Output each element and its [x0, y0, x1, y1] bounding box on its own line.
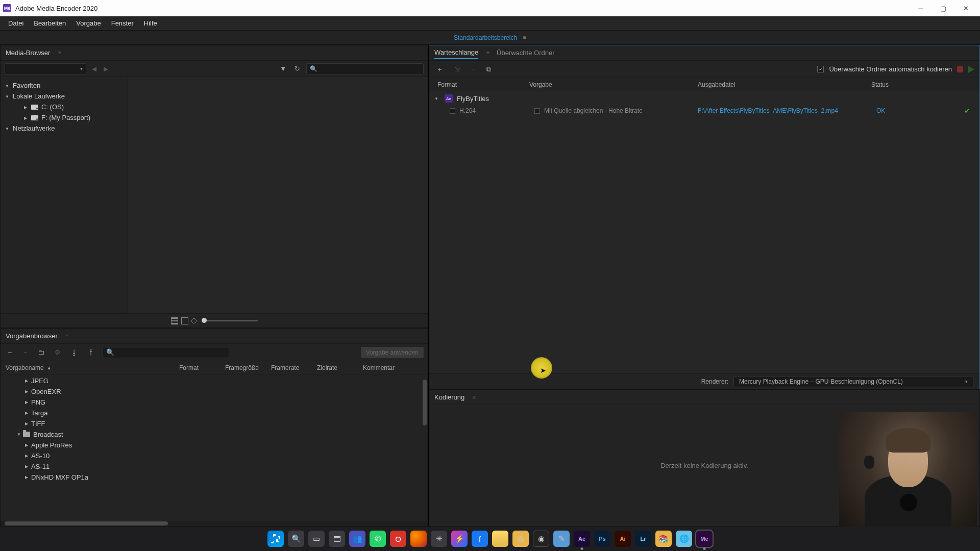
tree-local-drives[interactable]: Lokale Laufwerke — [1, 91, 128, 102]
render-output[interactable]: F:\After Effects\FlyByTitles_AME\FlyByTi… — [698, 107, 876, 114]
preset-row[interactable]: ▶Targa — [1, 408, 428, 418]
job-expand-icon[interactable]: ▼ — [434, 96, 440, 101]
taskbar-app-icon[interactable]: 📚 — [655, 531, 672, 547]
taskbar-teams-icon[interactable]: 👥 — [349, 531, 365, 547]
workspace-menu-icon[interactable]: ≡ — [523, 35, 526, 40]
header-comment[interactable]: Kommentar — [363, 364, 409, 371]
panel-menu-icon[interactable]: ≡ — [486, 50, 489, 56]
preset-row[interactable]: ▶Apple ProRes — [1, 440, 428, 450]
menu-edit[interactable]: Bearbeiten — [29, 17, 71, 29]
media-content-area[interactable] — [128, 77, 428, 313]
nav-forward-icon[interactable]: ▶ — [102, 65, 110, 72]
panel-menu-icon[interactable]: ≡ — [473, 394, 476, 400]
taskbar-facebook-icon[interactable]: f — [472, 531, 488, 547]
workspace-label[interactable]: Standardarbeitsbereich — [454, 34, 517, 41]
menu-window[interactable]: Fenster — [106, 17, 139, 29]
preset-row[interactable]: ▶JPEG — [1, 375, 428, 386]
grid-view-icon[interactable] — [181, 317, 188, 324]
taskbar-app-icon[interactable]: 🌐 — [676, 531, 692, 547]
refresh-icon[interactable]: ↻ — [292, 64, 302, 73]
header-format[interactable]: Format — [437, 81, 529, 88]
preset-browser-tab[interactable]: Vorgabenbrowser — [6, 330, 58, 342]
preset-h-scroll[interactable] — [1, 521, 428, 526]
render-preset[interactable]: Mit Quelle abgleichen - Hohe Bitrate — [544, 107, 643, 114]
taskbar-messenger-icon[interactable]: ⚡ — [451, 531, 468, 547]
add-source-icon[interactable]: ＋ — [434, 64, 445, 75]
taskbar-search-icon[interactable]: 🔍 — [288, 531, 304, 547]
taskbar-explorer-icon[interactable]: 🗔 — [329, 531, 345, 547]
taskbar-me-icon[interactable]: Me — [696, 531, 713, 547]
new-preset-icon[interactable]: ＋ — [5, 347, 15, 358]
list-view-icon[interactable] — [171, 317, 178, 324]
tree-drive-f[interactable]: F: (My Passport) — [1, 112, 128, 123]
preset-settings-icon[interactable]: ⚙ — [53, 347, 63, 357]
taskbar-app-icon[interactable]: ◎ — [512, 531, 529, 547]
media-browser-tab[interactable]: Media-Browser — [6, 47, 50, 59]
taskbar-opera-icon[interactable]: O — [390, 531, 406, 547]
render-status-ok[interactable]: OK — [876, 107, 907, 114]
filter-icon[interactable]: ▼ — [278, 64, 288, 73]
remove-icon[interactable]: − — [469, 64, 477, 74]
taskbar-ae-icon[interactable]: Ae — [574, 531, 590, 547]
new-group-icon[interactable]: 🗀 — [36, 347, 46, 357]
tree-drive-c[interactable]: C: (OS) — [1, 102, 128, 112]
start-queue-button[interactable] — [968, 66, 974, 73]
taskbar-taskview-icon[interactable]: ▭ — [308, 531, 325, 547]
preset-row[interactable]: ▶TIFF — [1, 418, 428, 429]
preset-row[interactable]: ▶PNG — [1, 397, 428, 408]
preset-row[interactable]: ▶AS-11 — [1, 461, 428, 472]
path-dropdown[interactable]: ▾ — [5, 63, 86, 74]
taskbar-lr-icon[interactable]: Lr — [635, 531, 651, 547]
render-format[interactable]: H.264 — [459, 107, 476, 114]
view-toggle[interactable] — [171, 317, 197, 324]
zoom-slider[interactable] — [202, 320, 258, 321]
import-preset-icon[interactable]: ⭳ — [69, 347, 80, 357]
header-targetrate[interactable]: Zielrate — [317, 364, 363, 371]
queue-job-row[interactable]: ▼ Ae FlyByTitles — [429, 92, 979, 105]
minimize-button[interactable]: ─ — [910, 0, 932, 16]
taskbar-ai-icon[interactable]: Ai — [615, 531, 631, 547]
add-output-icon[interactable]: ⇲ — [452, 64, 462, 74]
row-checkbox[interactable] — [534, 108, 540, 114]
header-status[interactable]: Status — [871, 81, 971, 88]
export-preset-icon[interactable]: ⭱ — [86, 347, 96, 357]
tree-favorites[interactable]: Favoriten — [1, 80, 128, 91]
taskbar-obs-icon[interactable]: ◉ — [533, 531, 549, 547]
maximize-button[interactable]: ▢ — [932, 0, 954, 16]
preset-group-row[interactable]: ▼Broadcast — [1, 429, 428, 440]
header-framesize[interactable]: Framegröße — [225, 364, 271, 371]
preset-row[interactable]: ▶AS-10 — [1, 450, 428, 461]
apply-preset-button[interactable]: Vorgabe anwenden — [361, 347, 424, 358]
taskbar-whatsapp-icon[interactable]: ✆ — [370, 531, 386, 547]
queue-body[interactable]: ▼ Ae FlyByTitles H.264 Mit Quelle abglei… — [429, 91, 979, 373]
watch-folders-tab[interactable]: Überwachte Ordner — [497, 47, 554, 59]
tree-network[interactable]: Netzlaufwerke — [1, 123, 128, 134]
stop-queue-button[interactable] — [957, 66, 963, 72]
duplicate-icon[interactable]: ⧉ — [484, 64, 493, 74]
header-name[interactable]: Vorgabename▲ — [6, 364, 179, 371]
taskbar-notes-icon[interactable]: ✎ — [553, 531, 570, 547]
preset-row[interactable]: ▶OpenEXR — [1, 386, 428, 397]
queue-render-row[interactable]: H.264 Mit Quelle abgleichen - Hohe Bitra… — [429, 105, 979, 117]
auto-encode-checkbox[interactable]: ✓ — [817, 66, 824, 72]
taskbar-ps-icon[interactable]: Ps — [594, 531, 610, 547]
scrollbar-thumb[interactable] — [5, 521, 168, 525]
header-preset[interactable]: Vorgabe — [529, 81, 698, 88]
preset-row[interactable]: ▶DNxHD MXF OP1a — [1, 472, 428, 483]
header-framerate[interactable]: Framerate — [271, 364, 317, 371]
taskbar-firefox-icon[interactable] — [410, 531, 427, 547]
thumb-view-icon[interactable] — [191, 318, 197, 323]
taskbar-folder-icon[interactable] — [492, 531, 508, 547]
taskbar-app-icon[interactable]: ✳ — [431, 531, 447, 547]
row-checkbox[interactable] — [450, 108, 455, 114]
close-button[interactable]: ✕ — [954, 0, 977, 16]
header-format[interactable]: Format — [179, 364, 225, 371]
panel-menu-icon[interactable]: ≡ — [58, 50, 61, 56]
menu-preset[interactable]: Vorgabe — [71, 17, 106, 29]
menu-help[interactable]: Hilfe — [139, 17, 162, 29]
media-search-input[interactable]: 🔍 — [306, 63, 424, 74]
delete-preset-icon[interactable]: − — [21, 347, 30, 357]
zoom-slider-knob[interactable] — [202, 318, 207, 323]
header-output[interactable]: Ausgabedatei — [698, 81, 871, 88]
encoding-tab[interactable]: Kodierung — [434, 391, 464, 403]
